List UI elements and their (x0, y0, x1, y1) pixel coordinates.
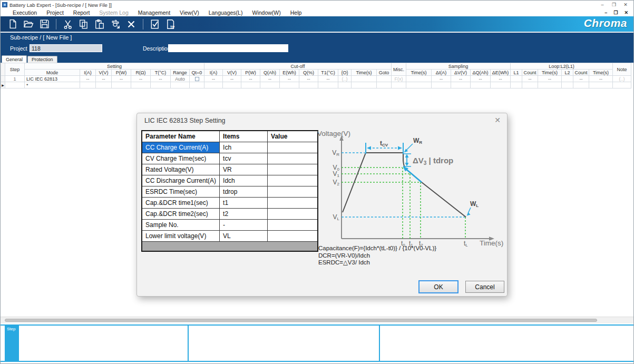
restore-icon[interactable]: ❐ (608, 2, 620, 7)
param-name-cell[interactable]: ESRDC Time(sec) (142, 186, 220, 198)
param-item-cell[interactable]: tdrop (220, 186, 268, 198)
grid-cell[interactable] (511, 82, 522, 88)
grid-cell[interactable]: -- (260, 76, 280, 82)
param-item-cell[interactable]: Ich (220, 142, 268, 153)
grid-cell[interactable]: (..) (338, 76, 352, 82)
grid-cell[interactable] (562, 76, 573, 82)
param-name-cell[interactable]: Cap.&DCR time1(sec) (142, 198, 220, 209)
grid-cell[interactable]: -- (471, 76, 491, 82)
copy-icon[interactable] (76, 18, 92, 31)
param-value-cell[interactable] (268, 209, 318, 220)
grid-cell[interactable] (80, 82, 96, 88)
param-item-cell[interactable]: t1 (220, 198, 268, 209)
step-panel-tab[interactable]: Step (5, 326, 19, 361)
save-icon[interactable] (36, 18, 52, 31)
grid-cell[interactable]: -- (573, 76, 589, 82)
paste-icon[interactable] (92, 18, 108, 31)
grid-cell[interactable] (471, 82, 491, 88)
grid-cell[interactable] (352, 76, 377, 82)
menu-languages-l-[interactable]: Languages(L) (204, 9, 248, 16)
grid-cell[interactable] (204, 82, 223, 88)
grid-cell[interactable] (241, 82, 260, 88)
grid-cell[interactable] (522, 82, 538, 88)
grid-cell[interactable]: * (25, 82, 80, 88)
grid-cell[interactable]: (..) (613, 76, 631, 82)
grid-cell[interactable] (432, 82, 451, 88)
grid-cell[interactable] (338, 82, 352, 88)
grid-cell[interactable]: -- (204, 76, 223, 82)
description-input[interactable] (168, 44, 288, 52)
grid-cell[interactable]: -- (451, 76, 471, 82)
param-value-cell[interactable] (268, 186, 318, 198)
grid-cell[interactable] (223, 82, 241, 88)
grid-cell[interactable] (171, 82, 190, 88)
ok-button[interactable]: OK (418, 280, 459, 293)
param-item-cell[interactable]: VR (220, 164, 268, 175)
grid-cell[interactable] (190, 76, 204, 82)
param-value-cell[interactable] (268, 231, 318, 242)
save-ltp-icon[interactable]: TP (163, 18, 179, 31)
qt0-checkbox[interactable] (195, 77, 199, 81)
grid-cell[interactable]: -- (112, 76, 131, 82)
param-item-cell[interactable]: - (220, 220, 268, 231)
grid-cell[interactable]: -- (589, 76, 613, 82)
menu-help[interactable]: Help (286, 9, 307, 16)
tab-general[interactable]: General (2, 55, 27, 63)
param-name-cell[interactable]: Sample No. (142, 220, 220, 231)
grid-cell[interactable]: -- (223, 76, 241, 82)
menu-project[interactable]: Project (42, 9, 69, 16)
close-icon[interactable]: ✕ (620, 2, 631, 7)
grid-cell[interactable]: Auto (171, 76, 190, 82)
grid-cell[interactable] (511, 76, 522, 82)
cut-icon[interactable] (60, 18, 76, 31)
menu-window-w-[interactable]: Window(W) (247, 9, 285, 16)
grid-cell[interactable]: -- (491, 76, 511, 82)
menu-report[interactable]: Report (69, 9, 95, 16)
grid-cell[interactable] (562, 82, 573, 88)
grid-cell[interactable] (112, 82, 131, 88)
grid-cell[interactable] (406, 76, 432, 82)
param-value-cell[interactable] (268, 153, 318, 164)
mdi-restore-icon[interactable]: ❐ (613, 10, 618, 15)
menu-execution[interactable]: Execution (8, 9, 42, 16)
grid-cell[interactable] (318, 82, 338, 88)
verify-recipe-icon[interactable] (147, 18, 163, 31)
delete-icon[interactable] (123, 18, 139, 31)
menu-view-v-[interactable]: View(V) (175, 9, 204, 16)
minimize-icon[interactable]: – (597, 2, 608, 7)
scrollbar-thumb[interactable] (5, 319, 597, 322)
param-item-cell[interactable]: Idch (220, 175, 268, 186)
grid-cell[interactable] (377, 76, 392, 82)
grid-cell[interactable]: -- (538, 76, 562, 82)
param-name-cell[interactable]: Lower limit voltage(V) (142, 231, 220, 242)
grid-cell[interactable] (573, 82, 589, 88)
grid-cell[interactable] (352, 82, 377, 88)
grid-cell[interactable] (190, 82, 204, 88)
param-value-cell[interactable] (268, 175, 318, 186)
grid-cell[interactable] (377, 82, 392, 88)
grid-cell[interactable] (299, 82, 318, 88)
new-file-icon[interactable] (5, 18, 21, 31)
grid-cell[interactable]: -- (241, 76, 260, 82)
grid-cell[interactable] (451, 82, 471, 88)
grid-cell[interactable] (589, 82, 613, 88)
grid-cell[interactable]: -- (151, 76, 171, 82)
horizontal-scrollbar[interactable] (1, 317, 633, 323)
param-item-cell[interactable]: VL (220, 231, 268, 242)
param-item-cell[interactable]: tcv (220, 153, 268, 164)
grid-cell[interactable] (131, 82, 151, 88)
grid-cell[interactable] (392, 82, 406, 88)
param-name-cell[interactable]: CC Charge Current(A) (142, 142, 220, 153)
grid-cell[interactable]: 1 (5, 76, 25, 82)
grid-cell[interactable] (5, 82, 25, 88)
grid-cell[interactable] (151, 82, 171, 88)
grid-cell[interactable] (260, 82, 280, 88)
grid-cell[interactable]: -- (280, 76, 299, 82)
param-name-cell[interactable]: CV Charge Time(sec) (142, 153, 220, 164)
mdi-close-icon[interactable]: ✕ (624, 10, 628, 15)
grid-cell[interactable]: -- (318, 76, 338, 82)
tab-protection[interactable]: Protection (27, 56, 57, 63)
grid-cell[interactable]: F(x) (392, 76, 406, 82)
grid-cell[interactable] (538, 82, 562, 88)
project-input[interactable] (30, 44, 102, 52)
